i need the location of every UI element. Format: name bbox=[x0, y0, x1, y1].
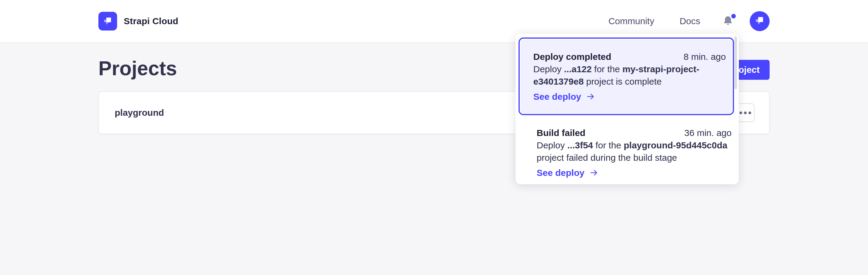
notification-message-line: Deploy ...3f54 for the playground-95d445… bbox=[537, 139, 732, 152]
notifications-popup: Deploy completed8 min. agoDeploy ...a122… bbox=[516, 33, 739, 184]
notification-title-row: Deploy completed8 min. ago bbox=[533, 51, 726, 63]
project-name: playground bbox=[115, 108, 164, 118]
notification-message-line: project failed during the build stage bbox=[537, 152, 732, 164]
notifications-button[interactable] bbox=[721, 15, 735, 28]
arrow-right-icon bbox=[589, 169, 599, 177]
notification-item[interactable]: Build failed36 min. agoDeploy ...3f54 fo… bbox=[516, 115, 739, 184]
see-deploy-link[interactable]: See deploy bbox=[533, 90, 726, 103]
brand[interactable]: Strapi Cloud bbox=[98, 12, 178, 30]
see-deploy-link[interactable]: See deploy bbox=[537, 166, 732, 179]
notification-title: Build failed bbox=[537, 127, 586, 139]
message-segment: Deploy bbox=[533, 64, 564, 74]
message-segment: e3401379e8 bbox=[533, 77, 584, 86]
message-segment: Deploy bbox=[537, 140, 567, 150]
navbar-right: CommunityDocs bbox=[609, 11, 770, 31]
strapi-logo-icon bbox=[98, 12, 117, 30]
notification-message-line: Deploy ...a122 for the my-strapi-project… bbox=[533, 63, 726, 75]
message-segment: my-strapi-project- bbox=[622, 64, 699, 74]
avatar-strapi-icon bbox=[754, 15, 766, 28]
message-segment: ...a122 bbox=[564, 64, 592, 74]
message-segment: ...3f54 bbox=[567, 140, 593, 150]
unread-indicator-dot bbox=[731, 14, 736, 19]
message-segment: playground-95d445c0da bbox=[624, 140, 727, 150]
notifications-list: Deploy completed8 min. agoDeploy ...a122… bbox=[516, 37, 739, 184]
notification-timestamp: 36 min. ago bbox=[684, 127, 732, 139]
message-segment: project is complete bbox=[584, 77, 661, 86]
notification-title: Deploy completed bbox=[533, 51, 611, 63]
ellipsis-dot bbox=[739, 111, 742, 114]
ellipsis-dot bbox=[744, 111, 747, 114]
arrow-right-icon bbox=[586, 92, 596, 101]
ellipsis-dot bbox=[748, 111, 751, 114]
notification-timestamp: 8 min. ago bbox=[684, 51, 726, 63]
see-deploy-label: See deploy bbox=[533, 90, 581, 103]
brand-title: Strapi Cloud bbox=[124, 16, 178, 26]
message-segment: project failed during the build stage bbox=[537, 153, 677, 163]
notification-message-line: e3401379e8 project is complete bbox=[533, 75, 726, 88]
notification-item-highlighted[interactable]: Deploy completed8 min. agoDeploy ...a122… bbox=[519, 37, 734, 115]
notification-title-row: Build failed36 min. ago bbox=[537, 127, 732, 139]
message-segment: for the bbox=[593, 140, 624, 150]
nav-link-community[interactable]: Community bbox=[609, 16, 654, 26]
nav-link-docs[interactable]: Docs bbox=[680, 16, 700, 26]
user-avatar[interactable] bbox=[750, 11, 770, 31]
see-deploy-label: See deploy bbox=[537, 166, 584, 179]
message-segment: for the bbox=[592, 64, 622, 74]
popup-scrollbar[interactable] bbox=[734, 36, 737, 89]
nav-links: CommunityDocs bbox=[609, 16, 700, 26]
